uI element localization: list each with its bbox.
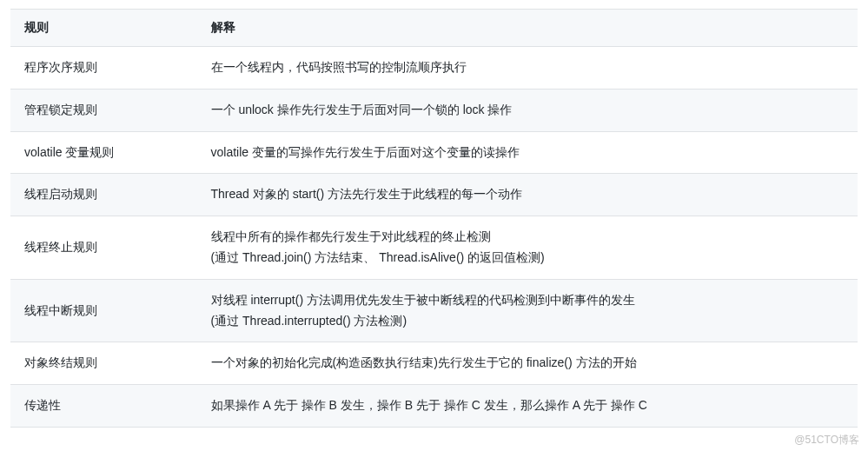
explain-cell: 一个对象的初始化完成(构造函数执行结束)先行发生于它的 finalize() 方… — [197, 342, 858, 385]
explain-cell: 如果操作 A 先于 操作 B 发生，操作 B 先于 操作 C 发生，那么操作 A… — [197, 385, 858, 428]
explain-cell: 在一个线程内，代码按照书写的控制流顺序执行 — [197, 47, 858, 90]
watermark: @51CTO博客 — [794, 433, 859, 448]
explain-cell: 对线程 interrupt() 方法调用优先发生于被中断线程的代码检测到中断事件… — [197, 279, 858, 342]
explain-cell: Thread 对象的 start() 方法先行发生于此线程的每一个动作 — [197, 174, 858, 216]
rule-cell: 线程终止规则 — [10, 216, 197, 280]
rule-cell: 线程中断规则 — [10, 279, 197, 342]
table-row: volatile 变量规则 volatile 变量的写操作先行发生于后面对这个变… — [10, 131, 858, 174]
explain-cell: 一个 unlock 操作先行发生于后面对同一个锁的 lock 操作 — [197, 89, 858, 131]
table-row: 程序次序规则 在一个线程内，代码按照书写的控制流顺序执行 — [10, 47, 858, 90]
table-row: 线程终止规则 线程中所有的操作都先行发生于对此线程的终止检测(通过 Thread… — [10, 216, 858, 280]
table-row: 对象终结规则 一个对象的初始化完成(构造函数执行结束)先行发生于它的 final… — [10, 342, 858, 385]
rule-cell: 对象终结规则 — [10, 342, 197, 385]
rule-cell: 传递性 — [10, 385, 197, 428]
table-row: 线程启动规则 Thread 对象的 start() 方法先行发生于此线程的每一个… — [10, 174, 858, 216]
rule-cell: 程序次序规则 — [10, 47, 197, 90]
table-header-row: 规则 解释 — [10, 10, 858, 47]
rule-cell: 管程锁定规则 — [10, 89, 197, 131]
table-row: 传递性 如果操作 A 先于 操作 B 发生，操作 B 先于 操作 C 发生，那么… — [10, 385, 858, 428]
table-row: 线程中断规则 对线程 interrupt() 方法调用优先发生于被中断线程的代码… — [10, 279, 858, 342]
table-body: 程序次序规则 在一个线程内，代码按照书写的控制流顺序执行 管程锁定规则 一个 u… — [10, 47, 858, 428]
table-row: 管程锁定规则 一个 unlock 操作先行发生于后面对同一个锁的 lock 操作 — [10, 89, 858, 131]
header-explain: 解释 — [197, 10, 858, 47]
header-rule: 规则 — [10, 10, 197, 47]
table-container: 规则 解释 程序次序规则 在一个线程内，代码按照书写的控制流顺序执行 管程锁定规… — [0, 0, 868, 436]
rule-cell: 线程启动规则 — [10, 174, 197, 216]
explain-cell: 线程中所有的操作都先行发生于对此线程的终止检测(通过 Thread.join()… — [197, 216, 858, 280]
rules-table: 规则 解释 程序次序规则 在一个线程内，代码按照书写的控制流顺序执行 管程锁定规… — [10, 9, 858, 428]
rule-cell: volatile 变量规则 — [10, 131, 197, 174]
explain-cell: volatile 变量的写操作先行发生于后面对这个变量的读操作 — [197, 131, 858, 174]
